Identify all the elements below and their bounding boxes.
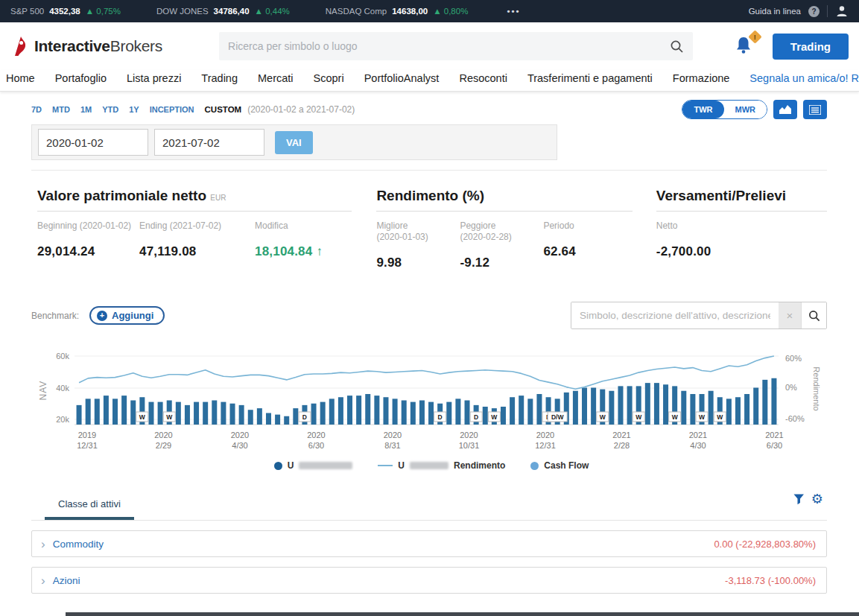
clear-search-button[interactable]: ×: [779, 302, 801, 328]
legend-cash-flow[interactable]: Cash Flow: [530, 460, 589, 471]
range-7d[interactable]: 7D: [31, 105, 42, 114]
svg-text:D: D: [474, 413, 478, 421]
nav-item-mercati[interactable]: Mercati: [258, 72, 294, 84]
svg-text:12/31: 12/31: [77, 441, 98, 450]
main-header: InteractiveBrokers ! Trading: [0, 22, 859, 70]
nav-item-portfolioanalyst[interactable]: PortfolioAnalyst: [364, 72, 440, 84]
nav-item-portafoglio[interactable]: Portafoglio: [55, 72, 107, 84]
svg-text:W: W: [672, 413, 679, 421]
svg-text:2021: 2021: [612, 431, 630, 439]
user-icon[interactable]: [835, 4, 849, 18]
index-change: ▲ 0,80%: [433, 7, 468, 16]
benchmark-search-input[interactable]: [571, 302, 779, 328]
start-date-input[interactable]: [38, 129, 148, 156]
svg-text:2/28: 2/28: [614, 441, 630, 450]
online-help-link[interactable]: Guida in linea: [749, 7, 801, 16]
twr-mwr-toggle: TWR MWR: [682, 100, 767, 119]
nav-item-trasferimenti[interactable]: Trasferimenti e pagamenti: [527, 72, 653, 84]
nav-item-trading[interactable]: Trading: [201, 72, 238, 84]
svg-text:2020: 2020: [154, 431, 172, 439]
ticker-nasdaq: NASDAQ Comp 14638,00 ▲ 0,80%: [326, 7, 469, 16]
legend-nav-series[interactable]: U: [274, 460, 353, 471]
range-inception[interactable]: INCEPTION: [150, 105, 194, 114]
range-1m[interactable]: 1M: [80, 105, 92, 114]
svg-text:2020: 2020: [231, 431, 249, 439]
svg-text:-60%: -60%: [785, 414, 805, 423]
svg-text:W: W: [139, 413, 146, 421]
nav-item-lista-prezzi[interactable]: Lista prezzi: [127, 72, 181, 84]
svg-text:12/31: 12/31: [535, 441, 556, 450]
asset-class-label: Commodity: [53, 539, 104, 550]
ending-value: 47,119.08: [139, 244, 255, 259]
index-name: DOW JONES: [156, 7, 209, 16]
interactive-brokers-logo[interactable]: InteractiveBrokers: [12, 35, 162, 57]
benchmark-search-button[interactable]: [801, 302, 826, 328]
range-1y[interactable]: 1Y: [129, 105, 139, 114]
stat-label: Ending (2021-07-02): [139, 220, 255, 232]
table-view-button[interactable]: [803, 100, 827, 119]
cash-flow-dot-icon: [530, 462, 539, 470]
ticker-more-icon[interactable]: •••: [507, 7, 520, 16]
asset-tabs-row: Classe di attivi ⚙: [31, 498, 827, 521]
referral-link[interactable]: Segnala un amica/o! Ricevi 200 USD: [749, 72, 859, 84]
return-series-label: Rendimento: [454, 460, 505, 471]
cash-flow-label: Cash Flow: [544, 460, 589, 471]
symbol-search-bar[interactable]: [219, 32, 693, 60]
settings-gear-icon[interactable]: ⚙: [811, 492, 823, 506]
svg-text:2/29: 2/29: [156, 441, 171, 450]
nav-card-title: Valore patrimoniale netto EUR: [37, 188, 352, 212]
net-flows-value: -2,700.00: [656, 244, 711, 259]
range-custom-active[interactable]: CUSTOM: [205, 105, 242, 114]
svg-text:2020: 2020: [307, 431, 325, 439]
tab-classe-di-attivi[interactable]: Classe di attivi: [45, 498, 134, 520]
svg-text:2020: 2020: [536, 431, 554, 439]
chart-view-button[interactable]: [773, 100, 797, 119]
market-ticker-bar: S&P 500 4352,38 ▲ 0,75% DOW JONES 34786,…: [0, 0, 859, 22]
chevron-right-icon: ›: [41, 538, 45, 550]
stat-label: Modifica: [255, 220, 323, 232]
account-prefix: U: [398, 460, 405, 471]
range-mtd[interactable]: MTD: [52, 105, 70, 114]
toggle-mwr[interactable]: MWR: [724, 101, 767, 118]
svg-text:6/30: 6/30: [308, 441, 324, 450]
svg-text:Rendimento: Rendimento: [812, 366, 821, 410]
custom-range-note: (2020-01-02 a 2021-07-02): [247, 104, 355, 115]
symbol-search-input[interactable]: [228, 40, 670, 52]
best-return-value: 9.98: [376, 255, 460, 270]
performance-chart[interactable]: 60k60%40k0%20k-60%NAVRendimentoWWDDDWDD/…: [36, 341, 827, 471]
svg-text:W: W: [717, 413, 723, 421]
asset-row-azioni[interactable]: › Azioni -3,118.73 (-100.00%): [31, 567, 827, 594]
svg-text:W: W: [491, 413, 498, 421]
svg-text:D/W: D/W: [551, 413, 565, 421]
performance-chart-svg[interactable]: 60k60%40k0%20k-60%NAVRendimentoWWDDDWDD/…: [36, 341, 825, 454]
svg-text:W: W: [600, 413, 606, 421]
stat-label: Migliore(2020-01-03): [376, 220, 460, 243]
end-date-input[interactable]: [154, 129, 264, 156]
asset-row-commodity[interactable]: › Commodity 0.00 (-22,928,803.80%): [31, 530, 827, 557]
notifications-button[interactable]: !: [734, 35, 756, 57]
nav-item-home[interactable]: Home: [6, 72, 35, 84]
vai-submit-button[interactable]: VAI: [275, 131, 313, 154]
nav-item-formazione[interactable]: Formazione: [673, 72, 730, 84]
plus-icon: +: [97, 311, 107, 321]
legend-return-series[interactable]: U Rendimento: [378, 460, 505, 471]
svg-text:D: D: [302, 413, 307, 421]
add-benchmark-button[interactable]: + Aggiungi: [89, 306, 165, 325]
divider: [827, 5, 828, 17]
nav-item-scopri[interactable]: Scopri: [314, 72, 344, 84]
filter-icon[interactable]: [793, 494, 805, 505]
return-series-line-icon: [378, 465, 393, 466]
nav-item-resoconti[interactable]: Resoconti: [459, 72, 507, 84]
svg-text:D: D: [438, 413, 443, 421]
range-ytd[interactable]: YTD: [102, 105, 118, 114]
toggle-twr[interactable]: TWR: [682, 101, 723, 118]
svg-text:2020: 2020: [460, 431, 478, 439]
asset-class-label: Azioni: [53, 575, 80, 586]
help-icon[interactable]: ?: [808, 6, 820, 17]
trading-button[interactable]: Trading: [773, 34, 849, 60]
svg-text:40k: 40k: [56, 384, 69, 393]
stat-label: Peggiore(2020-02-28): [460, 220, 543, 243]
search-icon[interactable]: [670, 39, 684, 54]
benchmark-row: Benchmark: + Aggiungi ×: [31, 302, 827, 329]
custom-date-panel: VAI: [31, 124, 557, 160]
